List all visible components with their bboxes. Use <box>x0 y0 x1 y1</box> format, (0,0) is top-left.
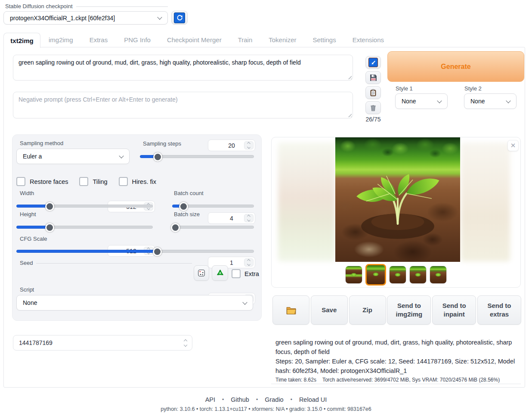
style2-label: Style 2 <box>464 85 482 92</box>
paste-generation-params-button[interactable] <box>365 56 381 69</box>
close-icon: ✕ <box>510 142 516 149</box>
time-taken-text: Time taken: 8.62s <box>275 377 316 383</box>
extra-checkbox[interactable] <box>232 269 241 278</box>
save-style-button[interactable] <box>365 71 381 84</box>
stepper-arrows-icon[interactable] <box>244 141 254 149</box>
sampling-steps-slider[interactable] <box>140 152 254 159</box>
arrow-down-left-icon <box>368 58 378 67</box>
footer-link-reload-ui[interactable]: Reload UI <box>299 396 327 403</box>
tab-img2img[interactable]: img2img <box>40 33 81 47</box>
tab-settings[interactable]: Settings <box>304 33 344 47</box>
negative-prompt-input[interactable] <box>13 92 353 118</box>
slider-handle[interactable] <box>153 152 162 161</box>
batch-count-label: Batch count <box>174 190 204 196</box>
generate-button[interactable]: Generate <box>387 51 524 82</box>
sampling-steps-label: Sampling steps <box>143 140 181 147</box>
height-slider[interactable] <box>16 223 153 230</box>
script-dropdown[interactable]: None <box>16 295 253 310</box>
prompt-field: green sapling rowing out of ground, mud,… <box>13 55 353 81</box>
batch-size-label: Batch size <box>174 211 200 217</box>
slider-handle[interactable] <box>153 247 162 256</box>
thumbnail[interactable] <box>430 266 447 284</box>
footer-link-gradio[interactable]: Gradio <box>265 396 284 403</box>
thumbnail[interactable] <box>409 266 427 284</box>
send-to-inpaint-button[interactable]: Send to inpaint <box>432 295 476 325</box>
tiling-option[interactable]: Tiling <box>79 177 107 186</box>
thumbnail[interactable] <box>389 266 406 284</box>
close-gallery-button[interactable]: ✕ <box>507 140 519 151</box>
style1-label: Style 1 <box>396 85 413 92</box>
slider-handle[interactable] <box>45 202 54 211</box>
tiling-checkbox[interactable] <box>79 177 88 186</box>
footer-link-api[interactable]: API <box>205 396 215 403</box>
thumbnail-selected[interactable] <box>365 264 386 286</box>
sampling-steps-input[interactable]: 20 <box>208 140 255 151</box>
dice-icon <box>197 269 206 277</box>
restore-faces-option[interactable]: Restore faces <box>16 177 68 186</box>
batch-size-slider[interactable] <box>172 223 254 230</box>
output-params-text: Steps: 20, Sampler: Euler a, CFG scale: … <box>275 357 517 376</box>
width-slider[interactable] <box>16 202 153 209</box>
slider-track[interactable] <box>172 226 254 229</box>
refresh-checkpoints-button[interactable] <box>171 11 188 25</box>
prompt-input[interactable]: green sapling rowing out of ground, mud,… <box>13 55 353 81</box>
recycle-icon <box>216 269 225 278</box>
tab-extras[interactable]: Extras <box>81 33 116 47</box>
hires-fix-checkbox[interactable] <box>119 177 128 186</box>
batch-count-slider[interactable] <box>172 202 254 209</box>
chevron-down-icon <box>157 15 162 19</box>
negative-prompt-field <box>13 92 353 118</box>
vram-usage-text: Torch active/reserved: 3699/4702 MiB, Sy… <box>322 377 500 383</box>
reuse-seed-button[interactable] <box>212 265 228 281</box>
footer-link-github[interactable]: Github <box>231 396 249 403</box>
tab-txt2img[interactable]: txt2img <box>3 33 40 48</box>
slider-handle[interactable] <box>45 223 54 232</box>
cfg-scale-slider[interactable] <box>16 247 254 254</box>
stable-diffusion-webui: Stable Diffusion checkpoint protogenX34O… <box>0 0 532 416</box>
extra-seed-option[interactable]: Extra <box>232 269 259 278</box>
slider-handle[interactable] <box>179 202 188 211</box>
sapling-illustration <box>347 149 448 250</box>
open-folder-button[interactable] <box>272 295 309 325</box>
stepper-arrows-icon[interactable] <box>244 258 254 267</box>
refresh-icon <box>174 12 185 23</box>
tab-train[interactable]: Train <box>230 33 261 47</box>
thumbnail-strip <box>271 264 521 286</box>
token-counter: 26/75 <box>364 116 383 123</box>
slider-fill <box>16 250 158 253</box>
save-button[interactable]: Save <box>311 295 348 325</box>
restore-faces-checkbox[interactable] <box>16 177 25 186</box>
clipboard-icon <box>369 89 377 97</box>
stepper-arrows-icon[interactable] <box>244 214 254 222</box>
footer-links: API • Github • Gradio • Reload UI <box>0 396 532 403</box>
send-to-extras-button[interactable]: Send to extras <box>477 295 521 325</box>
chevron-down-icon <box>506 98 510 103</box>
hires-fix-option[interactable]: Hires. fix <box>119 177 156 186</box>
tab-extensions[interactable]: Extensions <box>344 33 392 47</box>
clear-prompt-button[interactable] <box>365 101 381 114</box>
height-label: Height <box>20 211 36 217</box>
thumbnail-grid[interactable] <box>345 266 362 284</box>
generated-image[interactable] <box>335 137 460 262</box>
random-seed-button[interactable] <box>194 265 209 281</box>
chevron-down-icon <box>119 153 124 158</box>
batch-count-input[interactable]: 4 <box>208 212 255 224</box>
zip-button[interactable]: Zip <box>349 295 386 325</box>
info-divider <box>271 384 521 384</box>
style1-dropdown[interactable]: None <box>395 93 448 109</box>
stepper-arrows-icon[interactable] <box>181 338 190 348</box>
checkpoint-dropdown[interactable]: protogenX34OfficialR_1.ckpt [60fe2f34] <box>3 11 168 25</box>
floppy-disk-icon <box>369 74 377 82</box>
tab-tokenizer[interactable]: Tokenizer <box>260 33 304 47</box>
gallery-blur-left <box>278 143 335 261</box>
tab-png-info[interactable]: PNG Info <box>116 33 159 47</box>
output-prompt-text: green sapling rowing out of ground, mud,… <box>275 338 517 357</box>
style2-dropdown[interactable]: None <box>464 93 517 109</box>
tab-checkpoint-merger[interactable]: Checkpoint Merger <box>159 33 230 47</box>
output-perf-row: Time taken: 8.62s Torch active/reserved:… <box>275 377 521 383</box>
apply-style-button[interactable] <box>365 86 381 99</box>
slider-handle[interactable] <box>171 223 180 232</box>
seed-input[interactable]: 1441787169 <box>13 335 192 351</box>
send-to-img2img-button[interactable]: Send to img2img <box>387 295 431 325</box>
sampling-method-dropdown[interactable]: Euler a <box>16 149 130 164</box>
